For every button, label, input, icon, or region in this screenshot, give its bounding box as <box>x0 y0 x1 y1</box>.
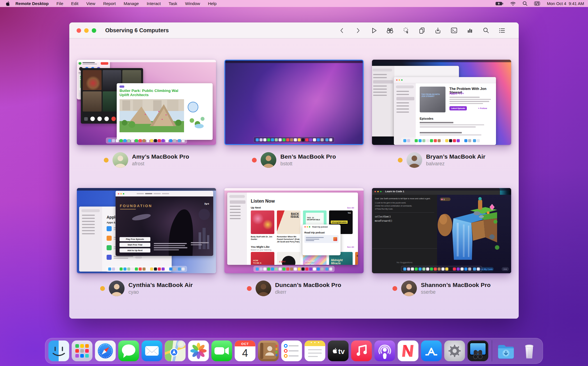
apple-logo-icon[interactable] <box>6 1 10 6</box>
facetime-icon[interactable] <box>212 340 232 361</box>
menu-item-edit[interactable]: Edit <box>71 1 79 6</box>
see-all-link-mock: See All <box>347 246 354 248</box>
leave-button-mock <box>101 62 108 65</box>
facetime-tile <box>83 91 102 112</box>
dock-divider <box>492 340 492 362</box>
menu-item-file[interactable]: File <box>56 1 63 6</box>
menu-item-help[interactable]: Help <box>208 1 217 6</box>
avatar <box>256 281 271 296</box>
copy-items-icon[interactable] <box>418 27 426 34</box>
back-icon[interactable] <box>338 27 346 34</box>
screen-thumbnail-cynthia[interactable]: Apple Apps & Games <box>77 188 216 273</box>
screen-thumbnail-bryan[interactable]: Browse THE PROBLEM WITH JON STEW <box>372 60 511 145</box>
screen-thumbnail-ben[interactable] <box>224 60 364 145</box>
podcasts-window-mock: THE PROBLEM WITH JON STEWART The Problem… <box>394 77 496 145</box>
system-preferences-icon[interactable] <box>444 340 465 361</box>
safari-icon[interactable] <box>95 340 116 361</box>
add-to-up-next-button-mock: Add to Up Next <box>120 248 150 253</box>
mini-dock <box>106 266 187 272</box>
traffic-lights <box>77 22 96 38</box>
status-dot <box>392 286 397 291</box>
avatar <box>406 152 422 168</box>
reports-chart-icon[interactable] <box>466 27 474 34</box>
forward-icon[interactable] <box>354 27 362 34</box>
search-icon[interactable] <box>482 27 490 34</box>
menu-item-report[interactable]: Report <box>103 1 116 6</box>
calendar-icon[interactable]: OCT4 <box>235 340 256 361</box>
screen-thumbnail-shannon[interactable]: Learn to Code 1 Goal: Use Swift commands… <box>372 188 511 273</box>
tv-app-window-mock: FOUNDATION tv+ Play Free Episode Start F… <box>116 191 213 256</box>
goal-steps: 1 Look for the gem in the puzzle world. … <box>375 201 434 210</box>
menu-bar: Remote Desktop File Edit View Report Man… <box>0 0 588 7</box>
group-avatar <box>79 62 81 65</box>
close-button[interactable] <box>77 28 81 33</box>
status-dot <box>247 286 252 291</box>
music-icon[interactable] <box>351 340 372 361</box>
podcasts-sidebar <box>394 83 416 145</box>
contacts-icon[interactable] <box>258 340 279 361</box>
maps-icon[interactable] <box>165 340 186 361</box>
mini-menubar <box>372 60 511 62</box>
photos-icon[interactable] <box>188 340 209 361</box>
screen-thumbnail-amy[interactable]: Butler Park: Public Climbing Wal Uplift … <box>77 60 216 145</box>
battery-charging-icon[interactable] <box>495 2 503 6</box>
grid-row-1: Butler Park: Public Climbing Wal Uplift … <box>77 60 511 168</box>
finder-icon[interactable] <box>49 340 69 361</box>
artwork-shattered: SHATTERED <box>355 252 358 265</box>
mini-menubar <box>372 188 511 191</box>
computer-label: Amy’s MacBook Pro afrost <box>77 152 216 168</box>
wifi-icon[interactable] <box>510 1 516 6</box>
mail-icon[interactable] <box>142 340 162 361</box>
notes-icon[interactable] <box>305 340 325 361</box>
news-icon[interactable] <box>398 340 419 361</box>
spotlight-search-icon[interactable] <box>523 1 527 6</box>
control-cursor-icon[interactable] <box>402 27 410 34</box>
podcasts-icon[interactable] <box>375 340 395 361</box>
list-view-icon[interactable] <box>498 27 506 34</box>
menu-item-manage[interactable]: Manage <box>124 1 139 6</box>
zoom-button[interactable] <box>92 28 96 33</box>
mini-menubar <box>77 188 216 191</box>
artwork-i-spy: I SPY <box>277 252 300 265</box>
status-dot <box>100 286 105 291</box>
computer-user: dkerr <box>275 289 341 295</box>
avatar <box>401 281 417 296</box>
play-icon[interactable] <box>370 27 378 34</box>
app-store-icon[interactable] <box>421 340 442 361</box>
launchpad-icon[interactable] <box>72 340 93 361</box>
menu-app-name[interactable]: Remote Desktop <box>15 1 49 6</box>
computer-name: Shannon’s MacBook Pro <box>421 282 491 288</box>
reminders-icon[interactable] <box>281 340 302 361</box>
follow-button-mock: + Follow <box>478 107 487 110</box>
unix-command-icon[interactable] <box>450 27 458 34</box>
mini-dock <box>254 137 335 143</box>
messages-icon[interactable] <box>118 340 139 361</box>
computer-card-bryan: Browse THE PROBLEM WITH JON STEW <box>372 60 511 168</box>
puzzle-world-pane: 1 ▶Run My Code Hint <box>437 195 500 260</box>
observe-binoculars-icon[interactable] <box>386 27 394 34</box>
apple-tv-icon[interactable]: tv <box>328 340 349 361</box>
slide-park-illustration <box>120 97 209 132</box>
install-package-icon[interactable] <box>434 27 442 34</box>
tv-buttons: Play Free Episode Start Free Trial Add t… <box>120 237 150 253</box>
menu-item-window[interactable]: Window <box>185 1 200 6</box>
apple-tv-plus-badge: tv+ <box>205 202 209 205</box>
control-center-icon[interactable] <box>534 1 540 6</box>
gem-counter-hud: 1 <box>440 198 451 201</box>
see-all-link-mock: See All <box>347 207 354 209</box>
episode-row <box>420 122 490 129</box>
downloads-folder-icon[interactable] <box>496 340 516 361</box>
menu-item-interact[interactable]: Interact <box>147 1 161 6</box>
computer-label: Ben’s MacBook Pro bstott <box>224 152 364 168</box>
trash-icon[interactable] <box>519 340 540 361</box>
screen-thumbnail-duncan[interactable]: Listen Now Up Next See All BACK ISSUE TH… <box>224 188 364 273</box>
tv-tab-bar <box>116 191 213 196</box>
slide-number-pill <box>120 85 124 88</box>
remote-desktop-icon[interactable] <box>468 340 488 361</box>
menu-clock[interactable]: Mon Oct 4 9:41 AM <box>547 1 584 6</box>
menu-item-view[interactable]: View <box>86 1 95 6</box>
minimize-button[interactable] <box>84 28 89 33</box>
menu-item-task[interactable]: Task <box>169 1 177 6</box>
keynote-window-mock: Butler Park: Public Climbing Wal Uplift … <box>117 83 213 140</box>
avatar <box>112 152 128 168</box>
